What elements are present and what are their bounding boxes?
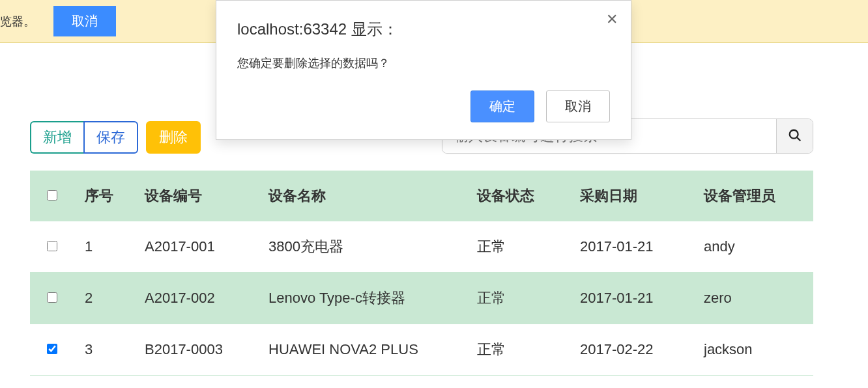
close-icon: ✕ — [606, 11, 618, 27]
row-checkbox[interactable] — [47, 241, 57, 251]
cell-idx: 3 — [74, 326, 139, 374]
dialog-message: 您确定要删除选择的数据吗？ — [237, 55, 610, 71]
col-code: 设备编号 — [139, 171, 263, 221]
row-checkbox[interactable] — [47, 292, 57, 303]
cell-code: A2017-001 — [139, 223, 263, 271]
toolbar: 新增 保存 删除 — [30, 121, 201, 154]
cell-admin: andy — [699, 223, 813, 271]
svg-point-0 — [789, 130, 798, 138]
cell-name: 3800充电器 — [263, 221, 472, 272]
cell-name: HUAWEI NOVA2 PLUS — [263, 326, 472, 374]
table-row: 2 A2017-002 Lenovo Type-c转接器 正常 2017-01-… — [30, 273, 813, 324]
table-row: 1 A2017-001 3800充电器 正常 2017-01-21 andy — [30, 221, 813, 273]
svg-line-1 — [797, 137, 800, 141]
cell-code: B2017-0003 — [139, 326, 263, 374]
dialog-cancel-button[interactable]: 取消 — [546, 90, 610, 122]
col-name: 设备名称 — [263, 171, 472, 221]
dialog-actions: 确定 取消 — [237, 90, 610, 122]
col-admin: 设备管理员 — [699, 171, 813, 221]
add-button[interactable]: 新增 — [30, 121, 83, 154]
col-idx: 序号 — [74, 171, 139, 221]
confirm-dialog: ✕ localhost:63342 显示： 您确定要删除选择的数据吗？ 确定 取… — [216, 0, 631, 140]
dialog-close-button[interactable]: ✕ — [606, 12, 618, 27]
save-button[interactable]: 保存 — [83, 121, 138, 154]
cell-admin: jackson — [699, 326, 813, 374]
col-status: 设备状态 — [472, 171, 575, 221]
cell-code: A2017-002 — [139, 274, 263, 322]
cell-date: 2017-01-21 — [575, 274, 699, 322]
table-header-row: 序号 设备编号 设备名称 设备状态 采购日期 设备管理员 — [30, 171, 813, 221]
cell-status: 正常 — [472, 273, 575, 324]
delete-button[interactable]: 删除 — [146, 121, 201, 154]
cell-status: 正常 — [472, 324, 575, 375]
cell-admin: zero — [699, 274, 813, 322]
device-table: 序号 设备编号 设备名称 设备状态 采购日期 设备管理员 1 A2017-001… — [30, 171, 813, 376]
cell-status: 正常 — [472, 221, 575, 272]
banner-cancel-button[interactable]: 取消 — [53, 6, 116, 36]
row-checkbox[interactable] — [47, 344, 57, 354]
cell-date: 2017-01-21 — [575, 223, 699, 271]
table-row: 3 B2017-0003 HUAWEI NOVA2 PLUS 正常 2017-0… — [30, 324, 813, 376]
cell-date: 2017-02-22 — [575, 326, 699, 374]
search-button[interactable] — [776, 119, 813, 153]
cell-idx: 1 — [74, 223, 139, 271]
col-date: 采购日期 — [575, 171, 699, 221]
search-icon — [788, 128, 802, 145]
dialog-confirm-button[interactable]: 确定 — [470, 90, 534, 122]
dialog-title: localhost:63342 显示： — [237, 19, 610, 40]
cell-idx: 2 — [74, 274, 139, 322]
cell-name: Lenovo Type-c转接器 — [263, 273, 472, 324]
select-all-checkbox[interactable] — [47, 190, 57, 201]
banner-text: 览器。 — [0, 14, 35, 29]
